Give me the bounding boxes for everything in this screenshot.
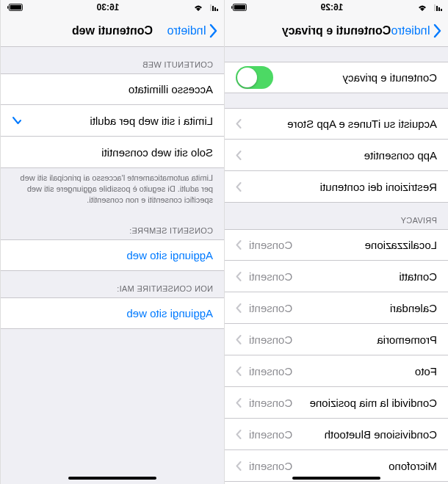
back-button[interactable]: Indietro [167,24,218,38]
nav-title: Contenuti web [72,24,153,37]
phone-right: 16:29 Indietro Contenuti e privacy Conte… [224,0,448,484]
signal-icon [430,4,442,11]
chevron-right-icon [236,240,242,250]
content-area: Contenuti e privacy Acquisti su iTunes e… [225,47,448,484]
home-indicator[interactable] [68,477,156,480]
row-label: Foto [415,365,437,378]
battery-icon [7,4,23,11]
svg-rect-12 [234,5,245,10]
home-indicator[interactable] [292,477,380,480]
row-value: Consenti [249,270,292,283]
web-option-row[interactable]: Limita i siti web per adulti [1,105,224,137]
privacy-rows-group: LocalizzazioneConsentiContattiConsentiCa… [225,229,448,484]
add-site-label: Aggiungi sito web [126,307,213,319]
nav-row[interactable]: App consentite [225,140,448,171]
svg-rect-5 [10,5,21,10]
section-header-privacy: PRIVACY [225,203,448,229]
svg-rect-9 [436,6,438,11]
option-label: Solo siti web consentiti [101,146,213,159]
nav-bar: Indietro Contenuti e privacy [225,15,448,47]
chevron-right-icon [236,398,242,408]
section-header-never: NON CONSENTIRE MAI: [1,271,224,297]
chevron-right-icon [236,430,242,439]
svg-rect-0 [217,9,218,11]
row-value: Consenti [249,428,292,441]
section-header-always: CONSENTI SEMPRE: [1,213,224,239]
signal-icon [206,4,218,11]
row-value: Consenti [249,333,292,346]
status-left [193,4,218,11]
back-label: Indietro [391,24,430,37]
web-options-group: Accesso illimitatoLimita i siti web per … [1,73,224,168]
svg-rect-6 [7,6,8,9]
toggle-knob [237,68,257,87]
row-label: Calendari [390,302,437,314]
chevron-right-icon [236,303,242,313]
wifi-icon [417,4,427,11]
battery-icon [231,4,247,11]
chevron-right-icon [236,461,242,471]
row-label: App consentite [364,149,437,162]
row-label: Localizzazione [365,239,437,251]
status-left [417,4,442,11]
row-label: Restrizioni dei contenuti [320,181,437,193]
nav-bar: Indietro Contenuti web [1,15,224,47]
section-header-web: CONTENUTI WEB [1,47,224,73]
chevron-left-icon [209,24,218,38]
row-label: Condivisione Bluetooth [325,428,437,441]
option-label: Limita i siti web per adulti [90,115,213,127]
status-time: 16:30 [97,2,120,12]
add-site-row[interactable]: Aggiungi sito web [1,297,224,329]
add-site-label: Aggiungi sito web [126,249,213,261]
row-value: Consenti [249,460,292,472]
chevron-right-icon [236,119,242,129]
wifi-icon [193,4,203,11]
web-option-row[interactable]: Accesso illimitato [1,73,224,105]
privacy-row[interactable]: CalendariConsenti [225,292,448,324]
phone-left: 16:30 Indietro Contenuti web CONTENUTI W… [0,0,224,484]
add-site-row[interactable]: Aggiungi sito web [1,239,224,271]
row-label: Promemoria [377,333,437,346]
row-value: Consenti [249,365,292,378]
chevron-left-icon [433,24,442,38]
privacy-row[interactable]: ContattiConsenti [225,261,448,292]
row-label: Condividi la mia posizione [310,397,437,409]
privacy-toggle[interactable] [236,66,273,89]
option-label: Accesso illimitato [129,83,213,95]
privacy-row[interactable]: Condividi la mia posizioneConsenti [225,387,448,419]
privacy-row[interactable]: Condivisione BluetoothConsenti [225,419,448,450]
privacy-row[interactable]: FotoConsenti [225,355,448,387]
chevron-right-icon [236,182,242,192]
svg-rect-10 [434,4,436,11]
status-right [231,4,247,11]
back-button[interactable]: Indietro [391,24,442,38]
content-area: CONTENUTI WEB Accesso illimitatoLimita i… [1,47,224,484]
footer-text: Limita automaticamente l'accesso ai prin… [1,168,224,213]
chevron-right-icon [236,335,242,344]
checkmark-icon [12,115,22,126]
row-label: Microfono [389,460,437,472]
svg-rect-3 [210,4,212,11]
back-label: Indietro [167,24,206,37]
web-option-row[interactable]: Solo siti web consentiti [1,137,224,168]
status-time: 16:29 [321,2,344,12]
row-value: Consenti [249,302,292,314]
status-right [7,4,23,11]
svg-rect-8 [438,7,440,11]
row-label: Acquisti su iTunes e App Store [287,118,437,130]
nav-row[interactable]: Acquisti su iTunes e App Store [225,108,448,140]
nav-row[interactable]: Restrizioni dei contenuti [225,171,448,203]
toggle-label: Contenuti e privacy [343,71,437,84]
top-rows-group: Acquisti su iTunes e App StoreApp consen… [225,108,448,203]
nav-title: Contenuti e privacy [282,24,391,37]
status-bar: 16:30 [1,0,224,15]
svg-rect-1 [214,7,216,11]
privacy-row[interactable]: LocalizzazioneConsenti [225,229,448,261]
status-bar: 16:29 [225,0,448,15]
chevron-right-icon [236,272,242,281]
row-value: Consenti [249,239,292,251]
toggle-row: Contenuti e privacy [225,62,448,93]
privacy-row[interactable]: PromemoriaConsenti [225,324,448,355]
chevron-right-icon [236,151,242,160]
row-value: Consenti [249,397,292,409]
